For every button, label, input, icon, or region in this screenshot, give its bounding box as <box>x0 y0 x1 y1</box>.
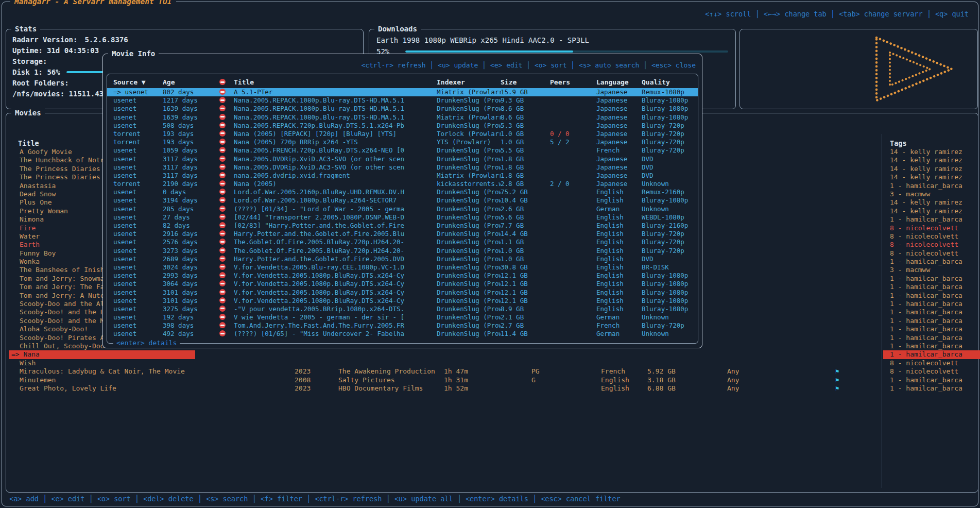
column-header-language[interactable]: Language <box>596 78 642 87</box>
movie-language: English <box>601 384 629 393</box>
column-header-indexer[interactable]: Indexer <box>437 78 501 87</box>
movie-row[interactable]: Great Photo, Lovely Life 2023 HBO Docume… <box>6 384 977 393</box>
search-result-row[interactable]: usenet 398 days Tom.And.Jerry.The.Fast.A… <box>107 321 698 330</box>
search-result-row[interactable]: usenet 2576 days The.Goblet.Of.Fire.2005… <box>107 238 698 246</box>
search-result-row[interactable]: usenet 492 days (????) [01/65] - "Miss U… <box>107 330 698 338</box>
release-size: 8.9 GB <box>501 305 550 313</box>
release-language: Japanese <box>596 180 642 188</box>
movie-certification: PG <box>531 367 540 376</box>
search-result-row[interactable]: torrent 2190 days Nana (2005) kickasstor… <box>107 180 698 188</box>
keybind-hints-top: <↑↓> scroll │ <←→> change tab │ <tab> ch… <box>705 10 969 18</box>
release-title: V.for.Vendetta.2005.1080p.BluRay.DTS.x26… <box>234 289 437 297</box>
release-language: Japanese <box>596 122 642 130</box>
release-title: V.for.Vendetta.2005.1080p.BluRay.DTS.x26… <box>234 280 437 288</box>
search-result-row[interactable]: usenet 3117 days Nana.2005.DVDRip.XviD.A… <box>107 163 698 172</box>
movie-info-modal: Movie Info <ctrl-r> refresh │ <u> update… <box>102 54 702 348</box>
search-result-row[interactable]: usenet 3194 days Lord.of.War.2005.1080p.… <box>107 196 698 205</box>
column-header-peers[interactable]: Peers <box>550 78 596 87</box>
release-source: usenet <box>113 321 163 330</box>
release-indexer: kickasstorrents.ws (Prowlarr <box>437 180 501 188</box>
search-result-row[interactable]: usenet 3064 days V.for.Vendetta.2005.108… <box>107 280 698 288</box>
release-title: Lord.of.War.2005.2160p.BluRay.UHD.REMUX.… <box>234 188 437 196</box>
movie-row[interactable]: Wish 8 - nicolecolvett <box>6 359 977 367</box>
release-size: 10.4 GB <box>501 196 550 205</box>
search-result-row[interactable]: usenet 3275 days -"V pour vendetta.2005.… <box>107 305 698 313</box>
release-language: English <box>596 238 642 246</box>
search-result-row[interactable]: usenet 3273 days The.Goblet.Of.Fire.2005… <box>107 247 698 255</box>
release-quality: Bluray-1080p <box>642 105 698 113</box>
movie-row[interactable]: Miraculous: Ladybug & Cat Noir, The Movi… <box>6 367 977 376</box>
search-result-row[interactable]: usenet 3101 days V.for.Vendetta.2005.108… <box>107 289 698 297</box>
search-result-row[interactable]: usenet 508 days Nana.2005.REPACK.720p.Bl… <box>107 122 698 130</box>
release-size: 9.3 GB <box>501 96 550 105</box>
search-result-row[interactable]: usenet 3024 days V.for.Vendetta.2005.Blu… <box>107 263 698 272</box>
search-result-row[interactable]: usenet 0 days Lord.of.War.2005.2160p.Blu… <box>107 188 698 196</box>
movie-row[interactable]: Minutemen 2008 Salty Pictures 1h 31m G E… <box>6 376 977 384</box>
release-title: Tom.And.Jerry.The.Fast.And.The.Furry.200… <box>234 321 437 330</box>
blocklist-icon <box>219 89 226 95</box>
search-result-row[interactable]: usenet 2689 days Harry.Potter.and.the.Go… <box>107 255 698 263</box>
release-age: 1639 days <box>163 113 219 122</box>
search-result-row[interactable]: usenet 82 days [02/83] "Harry.Potter.and… <box>107 222 698 230</box>
release-language: English <box>596 230 642 238</box>
search-result-row[interactable]: usenet 3101 days V.for.Vendetta.2005.108… <box>107 297 698 305</box>
search-result-row[interactable]: => usenet 802 days A 5.1-PTer Miatrix (P… <box>107 88 698 96</box>
manual-search-table: Source ▼ Age Title Indexer Size Peers La… <box>107 74 698 344</box>
search-result-row[interactable]: usenet 285 days (????) [01/34] - "Lord o… <box>107 205 698 213</box>
release-quality: Bluray-720p <box>642 146 698 155</box>
movie-tags: 14 - kelly ramirez <box>883 156 980 164</box>
release-peers <box>550 105 596 113</box>
release-indexer: DrunkenSlug (Prowlarr) <box>437 263 501 272</box>
movie-tags: 1 - hamilcar_barca <box>883 182 980 190</box>
column-header-age[interactable]: Age <box>163 78 219 87</box>
release-title: A 5.1-PTer <box>234 88 437 96</box>
movie-row[interactable]: => Nana 1 - hamilcar_barca <box>6 350 977 359</box>
search-result-row[interactable]: usenet 3117 days nana.2005.dvdrip.xvid.f… <box>107 172 698 180</box>
blocklist-icon <box>219 97 226 103</box>
release-title: V wie Vendetta - 2005 - german - der sir… <box>234 313 437 321</box>
search-result-row[interactable]: usenet 1639 days Nana.2005.REPACK.1080p.… <box>107 105 698 113</box>
search-result-row[interactable]: usenet 2993 days V.for.Vendetta.2005.108… <box>107 272 698 280</box>
release-age: 3194 days <box>163 196 219 205</box>
release-size: 15.9 GB <box>501 88 550 96</box>
search-result-row[interactable]: usenet 2916 days Harry.Potter.and.the.Go… <box>107 230 698 238</box>
release-blocklist-cell <box>219 105 234 113</box>
movie-year: 2023 <box>295 384 311 393</box>
release-peers <box>550 330 596 338</box>
release-age: 27 days <box>163 213 219 222</box>
release-age: 398 days <box>163 321 219 330</box>
release-blocklist-cell <box>219 96 234 105</box>
column-header-quality[interactable]: Quality <box>642 78 698 87</box>
search-result-row[interactable]: usenet 3117 days Nana.2005.DVDRip.XviD.A… <box>107 155 698 163</box>
blocklist-icon <box>219 189 226 195</box>
search-result-row[interactable]: torrent 193 days Nana (2005) [REPACK] [7… <box>107 130 698 138</box>
release-language: English <box>596 188 642 196</box>
column-header-release-title[interactable]: Title <box>234 78 437 87</box>
release-source: usenet <box>113 330 163 338</box>
release-age: 3273 days <box>163 247 219 255</box>
managarr-app: Managarr - A Servarr management TUI <↑↓>… <box>0 0 980 508</box>
release-source: usenet <box>113 172 163 180</box>
search-result-row[interactable]: usenet 1217 days Nana.2005.REPACK.1080p.… <box>107 96 698 105</box>
release-language: French <box>596 146 642 155</box>
release-peers <box>550 313 596 321</box>
search-result-row[interactable]: torrent 193 days Nana (2005) 720p BRRip … <box>107 138 698 146</box>
release-quality: Unknown <box>642 330 698 338</box>
release-age: 1059 days <box>163 146 219 155</box>
search-result-row[interactable]: usenet 1059 days Nana.2005.FRENCH.720p.B… <box>107 146 698 155</box>
column-header-size[interactable]: Size <box>501 78 550 87</box>
release-source: usenet <box>113 105 163 113</box>
search-result-row[interactable]: usenet 1639 days Nana.2005.REPACK.1080p.… <box>107 113 698 122</box>
search-result-row[interactable]: usenet 192 days V wie Vendetta - 2005 - … <box>107 313 698 321</box>
release-title: Harry.Potter.and.the.Goblet.of.Fire.2005… <box>234 255 437 263</box>
release-size: 11.4 GB <box>501 330 550 338</box>
column-header-source[interactable]: Source ▼ <box>113 78 163 87</box>
release-size: 2.8 GB <box>501 180 550 188</box>
app-frame: Managarr - A Servarr management TUI <↑↓>… <box>2 2 978 506</box>
release-peers: 5 / 2 <box>550 138 596 146</box>
search-results: => usenet 802 days A 5.1-PTer Miatrix (P… <box>107 88 698 338</box>
search-result-row[interactable]: usenet 27 days [02/44] "Transporter 2.20… <box>107 213 698 222</box>
release-peers <box>550 238 596 246</box>
release-peers <box>550 230 596 238</box>
release-indexer: DrunkenSlug (Prowlarr) <box>437 238 501 246</box>
